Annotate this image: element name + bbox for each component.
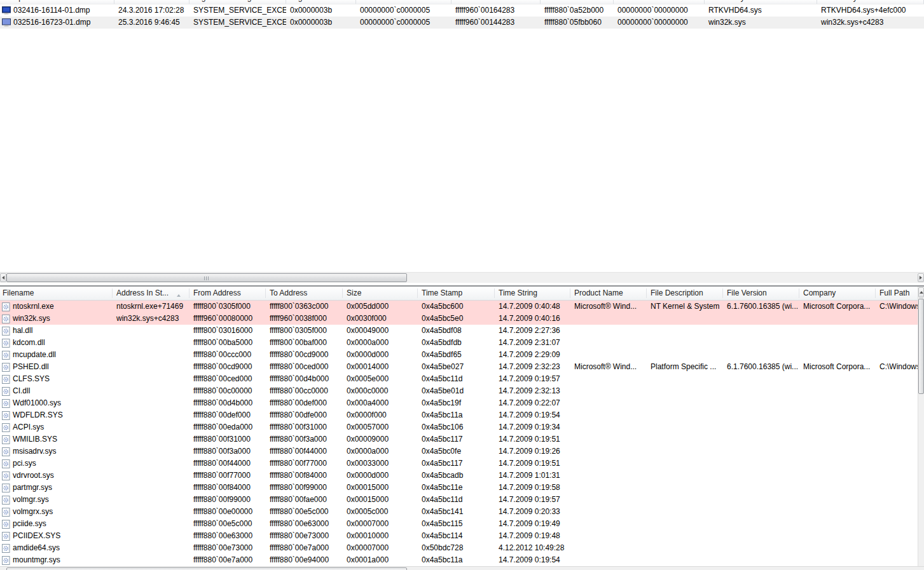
driver-row[interactable]: WMILIB.SYSfffff880`00f31000fffff880`00f3… (0, 433, 918, 445)
column-header-file-description[interactable]: File Description (647, 287, 723, 300)
upper-column-header-caused-by-driver[interactable]: Caused By Driver (705, 0, 817, 4)
driver-row[interactable]: CLFS.SYSfffff880`00ced000fffff880`00d4b0… (0, 373, 918, 385)
driver-row[interactable]: volmgr.sysfffff880`00f99000fffff880`00fa… (0, 494, 918, 506)
column-header-label: Full Path (879, 288, 909, 297)
driver-row[interactable]: volmgrx.sysfffff880`00e00000fffff880`00e… (0, 506, 918, 518)
cell-product-name (570, 325, 647, 337)
driver-file-name: vdrvroot.sys (13, 470, 54, 482)
cell-company (799, 458, 876, 470)
driver-file-icon (2, 423, 10, 432)
driver-row[interactable]: CI.dllfffff880`00c00000fffff880`00cc0000… (0, 385, 918, 397)
driver-row[interactable]: ntoskrnl.exentoskrnl.exe+71469fffff800`0… (0, 301, 918, 313)
cell-file-description (647, 542, 723, 554)
vscroll-thumb[interactable] (918, 299, 924, 394)
column-header-time-string[interactable]: Time String (495, 287, 570, 300)
cell-company (799, 397, 876, 409)
cell-time-string: 14.7.2009 0:22:07 (495, 397, 570, 409)
upper-column-header-dump-file[interactable]: Dump File (0, 0, 114, 4)
cell-product-name (570, 458, 647, 470)
driver-row[interactable]: PSHED.dllfffff880`00cd9000fffff880`00ced… (0, 361, 918, 373)
upper-column-header-parameter-4[interactable]: Parameter 4 (614, 0, 705, 4)
cell-size: 0x00009000 (343, 433, 418, 445)
cell-from-address: fffff800`03016000 (190, 325, 266, 337)
driver-row[interactable]: pciide.sysfffff880`00e5c000fffff880`00e6… (0, 518, 918, 530)
cell-size: 0x0000d000 (343, 349, 418, 361)
cell-from-address: fffff880`00f31000 (190, 433, 266, 445)
upper-column-header-caused-by-address[interactable]: Caused By Address (817, 0, 924, 4)
dump-row[interactable]: 032416-16114-01.dmp24.3.2016 17:02:28SYS… (0, 4, 924, 17)
cell-product-name (570, 470, 647, 482)
driver-row[interactable]: WDFLDR.SYSfffff880`00def000fffff880`00df… (0, 409, 918, 421)
cell-filename: pciide.sys (0, 518, 113, 530)
column-header-product-name[interactable]: Product Name (570, 287, 647, 300)
column-header-company[interactable]: Company (799, 287, 876, 300)
hscroll-thumb[interactable] (6, 273, 407, 282)
cell-full-path (876, 445, 924, 458)
scroll-up-arrow-button[interactable] (918, 287, 924, 297)
cell-to-address: fffff880`00e73000 (266, 530, 343, 542)
driver-row[interactable]: partmgr.sysfffff880`00f84000fffff880`00f… (0, 482, 918, 494)
cell-time-stamp: 0x4a5bdf08 (418, 325, 495, 337)
cell-size: 0x00010000 (343, 530, 418, 542)
driver-row[interactable]: kdcom.dllfffff800`00ba5000fffff800`00baf… (0, 337, 918, 349)
column-header-file-version[interactable]: File Version (723, 287, 799, 300)
cell-file-version (723, 433, 799, 445)
column-header-filename[interactable]: Filename (0, 287, 113, 300)
scroll-left-arrow-button[interactable] (0, 273, 6, 282)
scroll-right-arrow-button[interactable] (918, 273, 924, 282)
cell-time-string: 14.7.2009 0:40:48 (495, 301, 570, 313)
driver-row[interactable]: ACPI.sysfffff880`00eda000fffff880`00f310… (0, 421, 918, 433)
cell-file-description (647, 470, 723, 482)
lower-hscroll-thumb[interactable] (6, 567, 407, 570)
driver-row[interactable]: vdrvroot.sysfffff880`00f77000fffff880`00… (0, 470, 918, 482)
cell-product-name (570, 373, 647, 385)
lower-vertical-scrollbar[interactable] (918, 287, 924, 566)
driver-file-icon (2, 472, 10, 480)
cell-full-path (876, 421, 924, 433)
driver-row[interactable]: hal.dllfffff800`03016000fffff800`0305f00… (0, 325, 918, 337)
driver-row[interactable]: amdide64.sysfffff880`00e73000fffff880`00… (0, 542, 918, 554)
upper-column-header-parameter-1[interactable]: Parameter 1 (356, 0, 452, 4)
driver-row[interactable]: mountmgr.sysfffff880`00e7a000fffff880`00… (0, 554, 918, 566)
lower-horizontal-scrollbar[interactable] (0, 566, 924, 570)
upper-column-header-bug-check-string[interactable]: Bug Check String (190, 0, 286, 4)
cell-time-string: 14.7.2009 0:19:51 (495, 458, 570, 470)
column-header-label: File Version (727, 288, 767, 297)
dump-file-name: 032516-16723-01.dmp (13, 17, 90, 29)
cell-to-address: fffff880`00def000 (266, 397, 343, 409)
cell-file-version (723, 325, 799, 337)
cell-time-string: 14.7.2009 0:19:58 (495, 482, 570, 494)
driver-row[interactable]: mcupdate.dllfffff880`00ccc000fffff880`00… (0, 349, 918, 361)
column-header-full-path[interactable]: Full Path (876, 287, 924, 300)
cell-bug-check-string: SYSTEM_SERVICE_EXCE... (190, 4, 286, 17)
driver-file-icon (2, 496, 10, 505)
upper-column-header-crash-time[interactable]: Crash Time (114, 0, 190, 4)
cell-to-address: fffff880`00cd9000 (266, 349, 343, 361)
crash-dump-monitor-icon (2, 18, 11, 27)
driver-row[interactable]: win32k.syswin32k.sys+c4283fffff960`00080… (0, 313, 918, 325)
cell-time-string: 14.7.2009 0:19:57 (495, 373, 570, 385)
driver-file-name: ntoskrnl.exe (13, 301, 54, 313)
cell-file-version (723, 445, 799, 458)
dump-row[interactable]: 032516-16723-01.dmp25.3.2016 9:46:45SYST… (0, 17, 924, 29)
upper-column-header-parameter-2[interactable]: Parameter 2 (452, 0, 541, 4)
cell-from-address: fffff880`00c00000 (190, 385, 266, 397)
driver-row[interactable]: PCIIDEX.SYSfffff880`00e63000fffff880`00e… (0, 530, 918, 542)
upper-horizontal-scrollbar[interactable] (0, 272, 924, 283)
column-header-from-address[interactable]: From Address (190, 287, 266, 300)
driver-row[interactable]: msisadrv.sysfffff880`00f3a000fffff880`00… (0, 445, 918, 458)
column-header-size[interactable]: Size (343, 287, 418, 300)
upper-column-header-bug-check-code[interactable]: Bug Check Code (286, 0, 356, 4)
column-header-time-stamp[interactable]: Time Stamp (418, 287, 495, 300)
driver-row[interactable]: pci.sysfffff880`00f44000fffff880`00f7700… (0, 458, 918, 470)
cell-file-version (723, 313, 799, 325)
cell-time-string: 14.7.2009 0:20:33 (495, 506, 570, 518)
column-header-address-in-stack[interactable]: Address In St... (113, 287, 190, 300)
cell-parameter-2: fffff960`00144283 (452, 17, 541, 29)
column-header-to-address[interactable]: To Address (266, 287, 343, 300)
upper-column-header-parameter-3[interactable]: Parameter 3 (541, 0, 614, 4)
driver-row[interactable]: Wdf01000.sysfffff880`00d4b000fffff880`00… (0, 397, 918, 409)
cell-full-path (876, 458, 924, 470)
cell-address-in-stack (113, 361, 190, 373)
cell-company (799, 470, 876, 482)
